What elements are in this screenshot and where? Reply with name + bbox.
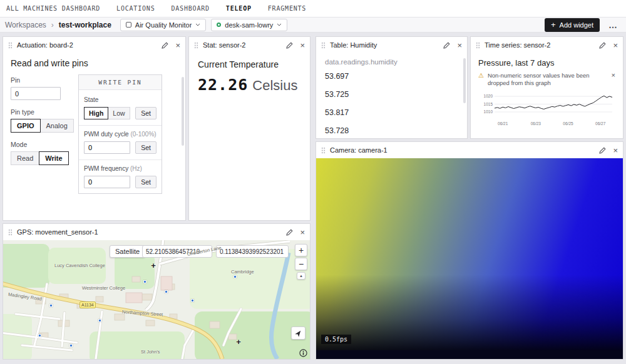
close-widget-button[interactable]: × bbox=[175, 41, 180, 49]
poi-marker-icon[interactable] bbox=[143, 280, 146, 283]
top-nav: ALL MACHINES DASHBOARDLOCATIONSDASHBOARD… bbox=[0, 0, 626, 18]
pressure-chart: 10101015102006/2106/2306/2506/27 bbox=[478, 89, 615, 131]
table-row: 53.697 bbox=[325, 67, 458, 85]
add-widget-label: Add widget bbox=[560, 21, 593, 29]
nav-item[interactable]: LOCATIONS bbox=[116, 5, 155, 12]
edit-widget-button[interactable] bbox=[599, 42, 606, 49]
nav-item[interactable]: TELEOP bbox=[226, 5, 252, 12]
edit-widget-button[interactable] bbox=[286, 229, 293, 236]
svg-text:06/23: 06/23 bbox=[531, 121, 541, 126]
edit-widget-button[interactable] bbox=[286, 42, 293, 49]
drag-handle-icon[interactable] bbox=[476, 42, 480, 49]
humidity-rows: 53.69753.72553.81753.728 bbox=[325, 67, 458, 139]
app: ALL MACHINES DASHBOARDLOCATIONSDASHBOARD… bbox=[0, 0, 626, 364]
widget-title: Table: Humidity bbox=[330, 41, 377, 49]
scrollbar-thumb[interactable] bbox=[182, 77, 184, 146]
option-high[interactable]: High bbox=[84, 107, 108, 119]
divider bbox=[79, 159, 162, 160]
drag-handle-icon[interactable] bbox=[321, 42, 326, 49]
satellite-toggle-button[interactable]: Satellite bbox=[110, 245, 145, 258]
map-info-button[interactable] bbox=[298, 348, 308, 358]
svg-text:1015: 1015 bbox=[484, 101, 493, 106]
warning-text: Non-numeric sensor values have been drop… bbox=[488, 72, 593, 88]
widget-header: Stat: sensor-2 × bbox=[189, 37, 310, 53]
stat-heading: Current Temperature bbox=[198, 59, 301, 69]
dismiss-warning-button[interactable]: × bbox=[612, 72, 615, 79]
svg-text:06/25: 06/25 bbox=[563, 121, 573, 126]
close-widget-button[interactable]: × bbox=[457, 41, 462, 49]
widget-header: GPS: movement_sensor-1 × bbox=[3, 224, 310, 240]
breadcrumb-workspaces[interactable]: Workspaces bbox=[5, 21, 46, 29]
set-pwm-duty-button[interactable]: Set bbox=[135, 141, 156, 154]
set-state-button[interactable]: Set bbox=[135, 107, 156, 119]
expand-controls-button[interactable]: ▴ bbox=[297, 272, 305, 280]
option-read[interactable]: Read bbox=[11, 151, 39, 165]
drag-handle-icon[interactable] bbox=[321, 147, 326, 154]
longitude-input[interactable] bbox=[216, 245, 289, 258]
pwm-freq-input[interactable] bbox=[84, 176, 130, 188]
edit-widget-button[interactable] bbox=[443, 42, 450, 49]
nav-item[interactable]: DASHBOARD bbox=[171, 5, 209, 12]
stat-value: 22.26 bbox=[198, 76, 248, 94]
crosshair-marker-icon: + bbox=[236, 337, 241, 346]
nav-item[interactable]: FRAGMENTS bbox=[268, 5, 306, 12]
write-pin-title: WRITE PIN bbox=[79, 75, 162, 90]
pencil-icon bbox=[443, 42, 450, 49]
set-pwm-freq-button[interactable]: Set bbox=[135, 176, 156, 188]
option-write[interactable]: Write bbox=[39, 151, 68, 165]
close-widget-button[interactable]: × bbox=[613, 41, 618, 49]
pencil-icon bbox=[286, 229, 293, 236]
map-label: Westminster College bbox=[82, 285, 125, 291]
top-nav-items: ALL MACHINES DASHBOARDLOCATIONSDASHBOARD… bbox=[6, 5, 306, 12]
poi-marker-icon[interactable] bbox=[191, 299, 194, 302]
poi-marker-icon[interactable] bbox=[49, 304, 53, 307]
warning-icon: ⚠ bbox=[478, 72, 484, 79]
actuation-body: Read and write pins Pin Pin type GPIOAna… bbox=[3, 53, 185, 220]
zoom-out-button[interactable]: − bbox=[295, 258, 307, 270]
drag-handle-icon[interactable] bbox=[8, 42, 13, 49]
close-widget-button[interactable]: × bbox=[613, 146, 618, 154]
locate-button[interactable] bbox=[291, 326, 305, 340]
poi-marker-icon[interactable] bbox=[98, 319, 101, 322]
widget-title: Stat: sensor-2 bbox=[203, 41, 245, 49]
poi-marker-icon[interactable] bbox=[38, 334, 41, 337]
poi-marker-icon[interactable] bbox=[165, 290, 168, 293]
close-widget-button[interactable]: × bbox=[300, 41, 305, 49]
stat-body: Current Temperature 22.26 Celsius bbox=[189, 53, 310, 96]
add-widget-button[interactable]: + Add widget bbox=[545, 18, 600, 32]
widget-title: Time series: sensor-2 bbox=[485, 41, 550, 49]
scrollbar-thumb[interactable] bbox=[463, 58, 466, 103]
option-analog[interactable]: Analog bbox=[40, 119, 74, 133]
map-canvas[interactable]: A1134 Satellite + − ▴ Madingley Roa bbox=[3, 240, 310, 359]
close-widget-button[interactable]: × bbox=[300, 228, 305, 236]
pin-input[interactable] bbox=[11, 87, 61, 100]
poi-marker-icon[interactable] bbox=[69, 344, 73, 347]
chart-title: Pressure, last 7 days bbox=[478, 58, 615, 68]
part-select[interactable]: desk-sam-lowry bbox=[211, 19, 287, 31]
widget-header: Camera: camera-1 × bbox=[316, 142, 623, 158]
pressure-chart-svg: 10101015102006/2106/2306/2506/27 bbox=[478, 89, 615, 128]
divider bbox=[79, 125, 162, 126]
poi-marker-icon[interactable] bbox=[233, 275, 237, 278]
widget-header: Actuation: board-2 × bbox=[3, 37, 185, 53]
machine-select[interactable]: Air Quality Monitor bbox=[120, 19, 206, 31]
map-label: St John's bbox=[141, 349, 160, 355]
drag-handle-icon[interactable] bbox=[8, 229, 13, 236]
pwm-duty-label: PWM duty cycle (0-100%) bbox=[84, 131, 156, 138]
edit-widget-button[interactable] bbox=[162, 42, 168, 49]
edit-widget-button[interactable] bbox=[599, 147, 606, 154]
overflow-menu-button[interactable]: … bbox=[605, 20, 621, 30]
option-gpio[interactable]: GPIO bbox=[11, 119, 41, 133]
pwm-duty-input[interactable] bbox=[84, 141, 130, 154]
widget-header: Time series: sensor-2 × bbox=[471, 37, 623, 53]
zoom-in-button[interactable]: + bbox=[295, 244, 307, 256]
widget-gps: GPS: movement_sensor-1 × bbox=[3, 223, 310, 360]
drag-handle-icon[interactable] bbox=[194, 42, 198, 49]
option-low[interactable]: Low bbox=[108, 107, 130, 119]
camera-feed-image: 0.5fps bbox=[316, 158, 623, 359]
stat-unit: Celsius bbox=[252, 78, 297, 94]
state-group: HighLow bbox=[84, 107, 130, 119]
nav-item[interactable]: ALL MACHINES DASHBOARD bbox=[6, 5, 100, 12]
widget-camera: Camera: camera-1 × 0.5fps bbox=[316, 141, 623, 360]
map-tiles bbox=[3, 240, 310, 359]
